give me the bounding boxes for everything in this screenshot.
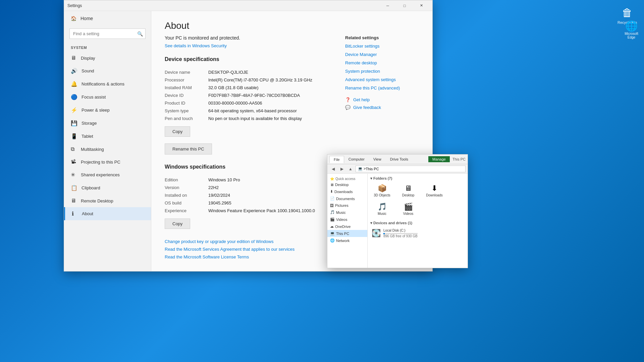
drives-section: 💽 Local Disk (C:) 896 GB free of 930 GB: [370, 227, 465, 239]
related-link-advanced-system[interactable]: Advanced system settings: [345, 77, 419, 82]
related-link-rename-advanced[interactable]: Rename this PC (advanced): [345, 85, 419, 90]
footer-link-product-key[interactable]: Change product key or upgrade your editi…: [165, 239, 335, 244]
folder-music[interactable]: 🎵 Music: [370, 201, 394, 217]
minimize-button[interactable]: ─: [380, 1, 395, 11]
folders-grid: 📦 3D Objects 🖥 Desktop ⬇ Downloads 🎵 Mus…: [370, 183, 465, 217]
sidebar-item-display[interactable]: 🖥 Display: [64, 52, 151, 64]
related-link-device-manager[interactable]: Device Manager: [345, 52, 419, 57]
maximize-button[interactable]: □: [397, 1, 412, 11]
spec-value-device-id: F0D7F8B7-7B8F-48A7-9F8C-78CD07B0BCDA: [208, 93, 335, 98]
spec-value-system-type: 64-bit operating system, x64-based proce…: [208, 108, 335, 113]
sidebar-item-remote-desktop[interactable]: 🖥 Remote Desktop: [64, 194, 151, 207]
spec-value-version: 22H2: [208, 185, 335, 190]
related-link-bitlocker[interactable]: BitLocker settings: [345, 44, 419, 49]
folder-desktop[interactable]: 🖥 Desktop: [396, 183, 420, 198]
folder-music-label: Music: [378, 212, 386, 216]
sidebar-item-sound[interactable]: 🔊 Sound: [64, 64, 151, 77]
spec-value-product-id: 00330-80000-00000-AA506: [208, 101, 335, 106]
nav-pictures[interactable]: 🖼 Pictures: [327, 202, 367, 209]
nav-videos-label: Videos: [336, 218, 347, 222]
sidebar-item-home[interactable]: 🏠 Home: [64, 11, 151, 26]
help-section: ❓ Get help 💬 Give feedback: [345, 97, 419, 110]
spec-label-product-id: Product ID: [165, 101, 208, 106]
sidebar-item-shared-experiences[interactable]: ✳ Shared experiences: [64, 168, 151, 181]
sidebar-item-notifications[interactable]: 🔔 Notifications & actions: [64, 77, 151, 90]
folder-videos-label: Videos: [403, 212, 413, 216]
folder-videos[interactable]: 🎬 Videos: [396, 201, 420, 217]
spec-label-version: Version: [165, 185, 208, 190]
nav-music[interactable]: 🎵 Music: [327, 209, 367, 216]
footer-link-license-terms[interactable]: Read the Microsoft Software License Term…: [165, 254, 335, 259]
give-feedback-item[interactable]: 💬 Give feedback: [345, 105, 419, 110]
edge-icon-area[interactable]: 🌐 Microsoft Edge: [622, 20, 641, 39]
sidebar-label-projecting: Projecting to this PC: [81, 160, 120, 165]
multitasking-icon: ⧉: [71, 146, 77, 152]
footer-link-services-agreement[interactable]: Read the Microsoft Services Agreement th…: [165, 247, 335, 252]
spec-value-ram: 32.0 GB (31.8 GB usable): [208, 85, 335, 90]
spec-label-os-build: OS build: [165, 200, 208, 205]
sidebar-item-projecting[interactable]: 📽 Projecting to this PC: [64, 156, 151, 168]
copy-device-specs-button[interactable]: Copy: [165, 126, 190, 137]
give-feedback-label: Give feedback: [353, 105, 381, 110]
sidebar-label-sound: Sound: [82, 68, 94, 73]
spec-row-os-build: OS build 19045.2965: [165, 200, 335, 205]
sidebar-item-focus-assist[interactable]: 🔵 Focus assist: [64, 90, 151, 104]
security-link[interactable]: See details in Windows Security: [165, 43, 227, 48]
nav-documents[interactable]: 📄 Documents: [327, 195, 367, 202]
get-help-item[interactable]: ❓ Get help: [345, 97, 419, 102]
up-button[interactable]: ▲: [347, 165, 354, 173]
drive-c-icon: 💽: [372, 229, 381, 238]
address-text: 💻 >: [358, 167, 366, 171]
feedback-icon: 💬: [345, 105, 351, 110]
spec-row-edition: Edition Windows 10 Pro: [165, 177, 335, 182]
search-input[interactable]: [69, 28, 146, 39]
sidebar-search: 🔍: [69, 28, 146, 39]
copy-windows-specs-button[interactable]: Copy: [165, 219, 190, 229]
folder-downloads[interactable]: ⬇ Downloads: [423, 183, 446, 198]
related-link-system-protection[interactable]: System protection: [345, 69, 419, 74]
spec-label-experience: Experience: [165, 208, 208, 213]
nav-documents-label: Documents: [336, 197, 355, 201]
manage-button[interactable]: Manage: [428, 156, 450, 162]
nav-videos[interactable]: 🎬 Videos: [327, 216, 367, 223]
close-button[interactable]: ✕: [414, 1, 429, 11]
sidebar-item-about[interactable]: ℹ About: [64, 207, 151, 220]
sidebar-label-about: About: [82, 211, 93, 216]
nav-onedrive[interactable]: ☁ OneDrive: [327, 223, 367, 230]
home-icon: 🏠: [71, 16, 76, 21]
shared-icon: ✳: [71, 172, 77, 178]
window-titlebar: Settings ─ □ ✕: [64, 0, 432, 11]
sidebar-item-clipboard[interactable]: 📋 Clipboard: [64, 181, 151, 194]
sidebar-item-power[interactable]: ⚡ Power & sleep: [64, 104, 151, 117]
rename-pc-button[interactable]: Rename this PC: [165, 143, 212, 155]
folder-3d-objects[interactable]: 📦 3D Objects: [370, 183, 394, 198]
nav-downloads[interactable]: ⬇ Downloads: [327, 188, 367, 195]
forward-button[interactable]: ▶: [338, 165, 345, 173]
tab-drive-tools[interactable]: Drive Tools: [386, 156, 413, 163]
nav-network[interactable]: 🌐 Network: [327, 237, 367, 244]
tab-file[interactable]: File: [329, 156, 344, 163]
sidebar-item-storage[interactable]: 💾 Storage: [64, 117, 151, 130]
page-title: About: [165, 20, 419, 31]
nav-this-pc-label: This PC: [336, 232, 349, 236]
sidebar-item-tablet[interactable]: 📱 Tablet: [64, 130, 151, 143]
nav-desktop[interactable]: 🖥 Desktop: [327, 181, 367, 188]
address-bar[interactable]: 💻 > This PC: [356, 166, 466, 172]
spec-value-os-build: 19045.2965: [208, 200, 335, 205]
nav-pictures-icon: 🖼: [330, 203, 334, 207]
drive-local-disk-c[interactable]: 💽 Local Disk (C:) 896 GB free of 930 GB: [370, 227, 424, 239]
nav-this-pc[interactable]: 💻 This PC: [327, 230, 367, 237]
nav-desktop-icon: 🖥: [330, 183, 334, 187]
this-pc-label: This PC: [452, 157, 466, 161]
sidebar-item-multitasking[interactable]: ⧉ Multitasking: [64, 143, 151, 156]
spec-value-experience: Windows Feature Experience Pack 1000.190…: [208, 208, 335, 213]
storage-icon: 💾: [71, 120, 77, 126]
edge-label: Microsoft Edge: [622, 32, 641, 39]
back-button[interactable]: ◀: [329, 165, 337, 173]
nav-quick-access[interactable]: ⭐ Quick access: [327, 175, 367, 181]
tab-computer[interactable]: Computer: [344, 156, 369, 163]
tab-view[interactable]: View: [369, 156, 386, 163]
spec-row-system-type: System type 64-bit operating system, x64…: [165, 108, 335, 113]
related-link-remote-desktop[interactable]: Remote desktop: [345, 60, 419, 65]
nav-videos-icon: 🎬: [330, 217, 335, 222]
